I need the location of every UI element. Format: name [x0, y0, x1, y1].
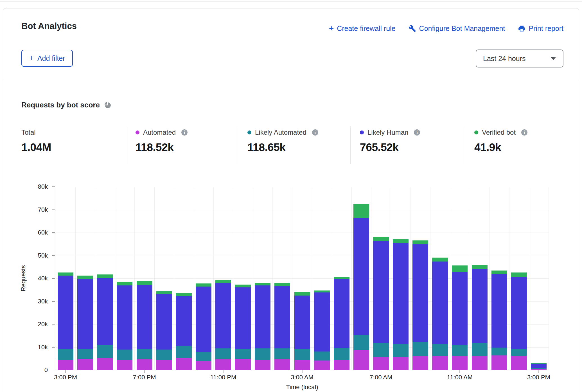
bar-segment-verified-bot[interactable] — [472, 265, 488, 269]
bar-segment-likely-human[interactable] — [156, 294, 172, 349]
bar-segment-automated[interactable] — [274, 359, 290, 370]
bar-segment-automated[interactable] — [452, 356, 468, 370]
bar-segment-verified-bot[interactable] — [176, 293, 192, 296]
bar-segment-verified-bot[interactable] — [255, 283, 270, 286]
bar-segment-verified-bot[interactable] — [77, 276, 93, 279]
bar-segment-likely-automated[interactable] — [97, 345, 113, 358]
bar-segment-likely-human[interactable] — [235, 287, 251, 349]
info-icon[interactable]: i — [521, 129, 527, 136]
bar-segment-likely-automated[interactable] — [511, 349, 527, 356]
print-report-link[interactable]: Print report — [518, 24, 563, 33]
bar-segment-automated[interactable] — [511, 356, 527, 370]
create-firewall-rule-link[interactable]: + Create firewall rule — [329, 24, 396, 33]
bar-segment-verified-bot[interactable] — [137, 281, 152, 285]
bar-segment-verified-bot[interactable] — [432, 258, 448, 262]
bar-segment-likely-automated[interactable] — [176, 346, 192, 358]
bar-segment-likely-automated[interactable] — [334, 348, 349, 360]
bar-segment-likely-automated[interactable] — [255, 348, 270, 360]
bar-segment-verified-bot[interactable] — [117, 282, 132, 285]
bar-segment-likely-human[interactable] — [353, 218, 369, 335]
bar-segment-automated[interactable] — [353, 350, 369, 370]
bar-segment-likely-human[interactable] — [491, 274, 507, 348]
bar-segment-automated[interactable] — [472, 356, 488, 370]
bar-segment-likely-human[interactable] — [176, 296, 192, 346]
bar-segment-likely-human[interactable] — [294, 296, 310, 349]
bar-segment-verified-bot[interactable] — [97, 274, 113, 278]
bar-segment-verified-bot[interactable] — [156, 291, 172, 294]
bar-segment-automated[interactable] — [196, 361, 211, 370]
bar-segment-verified-bot[interactable] — [353, 204, 369, 218]
bar-segment-automated[interactable] — [156, 360, 172, 370]
bar-segment-likely-human[interactable] — [432, 262, 448, 344]
bar-segment-verified-bot[interactable] — [531, 363, 547, 364]
bar-segment-likely-automated[interactable] — [412, 342, 428, 356]
bar-segment-verified-bot[interactable] — [215, 280, 231, 283]
bar-segment-verified-bot[interactable] — [511, 272, 527, 277]
bar-segment-verified-bot[interactable] — [274, 283, 290, 286]
bar-segment-likely-human[interactable] — [393, 243, 409, 344]
bar-segment-likely-automated[interactable] — [432, 344, 448, 356]
bar-segment-verified-bot[interactable] — [196, 283, 211, 287]
bar-segment-likely-automated[interactable] — [314, 352, 330, 361]
bar-segment-likely-human[interactable] — [334, 279, 349, 348]
info-icon[interactable]: i — [181, 129, 188, 136]
bar-segment-automated[interactable] — [255, 360, 270, 370]
bar-segment-likely-automated[interactable] — [393, 344, 409, 357]
bar-segment-verified-bot[interactable] — [373, 237, 389, 241]
bar-segment-likely-human[interactable] — [452, 272, 468, 345]
info-icon[interactable]: i — [312, 129, 318, 136]
bar-segment-verified-bot[interactable] — [294, 292, 310, 296]
bar-segment-likely-automated[interactable] — [294, 349, 310, 360]
info-icon[interactable]: i — [414, 129, 420, 136]
bar-segment-likely-automated[interactable] — [215, 348, 231, 359]
bar-segment-likely-human[interactable] — [58, 276, 73, 349]
bar-segment-likely-automated[interactable] — [274, 348, 290, 359]
bar-segment-likely-human[interactable] — [215, 283, 231, 349]
bar-segment-likely-automated[interactable] — [235, 349, 251, 359]
bar-segment-verified-bot[interactable] — [314, 290, 330, 292]
bar-segment-likely-automated[interactable] — [472, 343, 488, 355]
bar-segment-automated[interactable] — [373, 357, 389, 370]
bar-segment-automated[interactable] — [235, 359, 251, 370]
bar-segment-likely-automated[interactable] — [196, 352, 211, 361]
bar-segment-likely-human[interactable] — [137, 285, 152, 349]
bar-segment-automated[interactable] — [412, 356, 428, 370]
bar-segment-verified-bot[interactable] — [412, 240, 428, 245]
bar-segment-automated[interactable] — [215, 359, 231, 370]
bar-segment-likely-automated[interactable] — [58, 349, 73, 359]
bar-segment-automated[interactable] — [58, 360, 73, 370]
bar-segment-likely-human[interactable] — [117, 285, 132, 350]
bar-segment-likely-automated[interactable] — [156, 350, 172, 360]
bar-segment-verified-bot[interactable] — [235, 285, 251, 287]
bar-segment-automated[interactable] — [314, 361, 330, 370]
bar-segment-likely-human[interactable] — [511, 277, 527, 349]
bar-segment-verified-bot[interactable] — [491, 271, 507, 274]
bar-segment-likely-automated[interactable] — [137, 349, 152, 359]
bar-segment-automated[interactable] — [176, 358, 192, 370]
bar-segment-automated[interactable] — [393, 357, 409, 370]
bar-segment-automated[interactable] — [117, 360, 132, 370]
bar-segment-likely-human[interactable] — [255, 285, 270, 348]
bar-segment-likely-human[interactable] — [314, 292, 330, 352]
bar-segment-verified-bot[interactable] — [58, 272, 73, 276]
bar-segment-automated[interactable] — [491, 355, 507, 370]
bar-segment-likely-human[interactable] — [196, 287, 211, 352]
bar-segment-likely-human[interactable] — [77, 279, 93, 349]
bar-segment-automated[interactable] — [294, 360, 310, 370]
bar-segment-likely-human[interactable] — [472, 269, 488, 344]
bar-segment-verified-bot[interactable] — [393, 239, 409, 243]
bar-segment-likely-human[interactable] — [274, 286, 290, 348]
bar-segment-likely-automated[interactable] — [353, 335, 369, 350]
bar-segment-automated[interactable] — [97, 358, 113, 370]
bar-segment-verified-bot[interactable] — [452, 265, 468, 272]
time-range-select[interactable]: Last 24 hours — [476, 49, 563, 67]
bar-segment-likely-human[interactable] — [531, 364, 547, 368]
bar-segment-likely-automated[interactable] — [531, 368, 547, 369]
bar-segment-automated[interactable] — [334, 360, 349, 370]
bar-segment-likely-automated[interactable] — [452, 345, 468, 355]
bar-segment-likely-automated[interactable] — [117, 350, 132, 360]
bar-segment-likely-human[interactable] — [97, 278, 113, 345]
configure-bot-management-link[interactable]: Configure Bot Management — [409, 24, 505, 33]
bar-segment-likely-automated[interactable] — [491, 348, 507, 355]
bar-segment-verified-bot[interactable] — [334, 277, 349, 279]
